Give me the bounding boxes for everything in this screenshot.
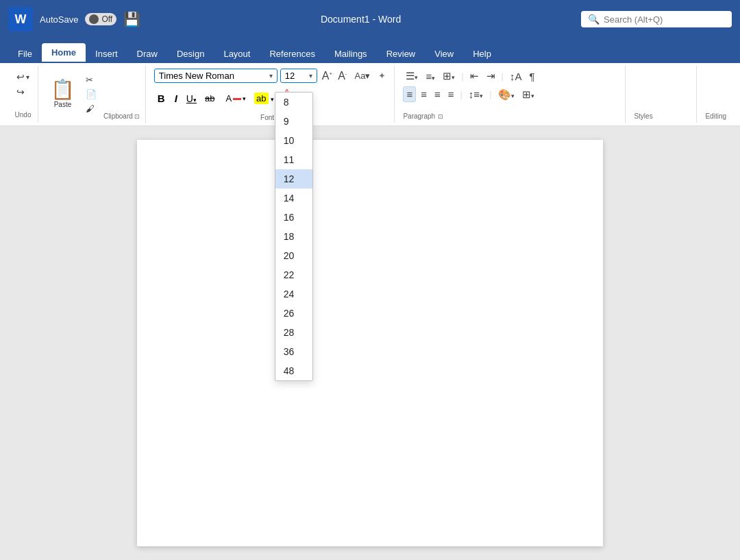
document-area xyxy=(0,126,740,560)
font-row1: Times New Roman ▾ 12 ▾ A+ A- Aa▾ ✦ xyxy=(154,69,389,83)
copy-button[interactable]: 📄 xyxy=(83,88,99,101)
tab-design[interactable]: Design xyxy=(167,45,214,63)
cut-button[interactable]: ✂ xyxy=(83,73,99,86)
font-name-dropdown[interactable]: Times New Roman ▾ xyxy=(154,69,278,83)
save-icon[interactable]: 💾 xyxy=(123,11,140,27)
format-painter-button[interactable]: 🖌 xyxy=(83,102,99,115)
change-case-button[interactable]: Aa▾ xyxy=(352,69,373,82)
paste-button[interactable]: 📋 Paste xyxy=(47,77,79,111)
highlight-chevron-icon: ▾ xyxy=(271,96,274,103)
tab-review[interactable]: Review xyxy=(377,45,426,63)
search-input[interactable] xyxy=(604,14,713,25)
shading-button[interactable]: 🎨▾ xyxy=(495,87,517,102)
align-right-button[interactable]: ≡ xyxy=(432,87,443,101)
font-size-option-36[interactable]: 36 xyxy=(275,342,312,361)
decrease-indent-button[interactable]: ⇤ xyxy=(467,69,482,84)
font-size-option-24[interactable]: 24 xyxy=(275,284,312,304)
font-size-option-14[interactable]: 14 xyxy=(275,188,312,208)
tab-draw[interactable]: Draw xyxy=(127,45,167,63)
clipboard-small-buttons: ✂ 📄 🖌 xyxy=(83,73,99,115)
toggle-circle xyxy=(89,14,99,24)
increase-indent-button[interactable]: ⇥ xyxy=(484,69,498,84)
font-color-bar xyxy=(233,98,241,100)
clipboard-label: Clipboard ⊡ xyxy=(103,112,140,120)
show-marks-button[interactable]: ¶ xyxy=(526,69,537,84)
multilevel-list-button[interactable]: ⊞▾ xyxy=(440,69,458,84)
italic-button[interactable]: I xyxy=(171,91,181,106)
ribbon-toolbar: ↩▾ ↪ Undo 📋 Paste ✂ 📄 🖌 Clipboard ⊡ Time… xyxy=(0,63,740,126)
tab-layout[interactable]: Layout xyxy=(214,45,260,63)
justify-button[interactable]: ≡ xyxy=(445,87,457,101)
font-size-dropdown[interactable]: 12 ▾ xyxy=(280,69,317,83)
font-size-option-11[interactable]: 11 xyxy=(275,150,312,169)
font-size-value: 12 xyxy=(285,71,295,81)
font-size-grow-button[interactable]: A+ xyxy=(320,69,334,83)
autosave-toggle[interactable]: Off xyxy=(85,13,116,25)
editing-label: Editing xyxy=(705,112,726,120)
paragraph-group: ☰▾ ≡▾ ⊞▾ | ⇤ ⇥ | ↕A ¶ ≡ ≡ ≡ ≡ | ↕≡▾ | 🎨▾… xyxy=(397,66,626,123)
paste-icon: 📋 xyxy=(51,80,75,99)
toggle-state: Off xyxy=(101,14,112,24)
font-color-button[interactable]: A ▾ xyxy=(223,92,249,105)
font-size-buttons: A+ A- xyxy=(320,69,349,83)
undo-button[interactable]: ↩▾ xyxy=(14,70,32,84)
undo-label: Undo xyxy=(15,111,32,119)
undo-group: ↩▾ ↪ Undo xyxy=(8,66,38,123)
font-name-value: Times New Roman xyxy=(159,71,234,81)
para-separator2: | xyxy=(502,71,504,82)
search-icon: 🔍 xyxy=(588,14,600,25)
search-bar[interactable]: 🔍 xyxy=(581,11,732,27)
styles-label: Styles xyxy=(634,112,691,120)
font-name-chevron-icon: ▾ xyxy=(269,72,273,80)
tab-home[interactable]: Home xyxy=(42,43,86,63)
font-size-option-16[interactable]: 16 xyxy=(275,208,312,227)
align-left-button[interactable]: ≡ xyxy=(403,86,416,102)
tab-mailings[interactable]: Mailings xyxy=(325,45,377,63)
title-bar: W AutoSave Off 💾 Document1 - Word 🔍 xyxy=(0,0,740,38)
tab-references[interactable]: References xyxy=(260,45,324,63)
font-size-option-10[interactable]: 10 xyxy=(275,131,312,150)
highlight-icon: ab xyxy=(254,93,268,104)
borders-button[interactable]: ⊞▾ xyxy=(519,87,537,102)
tab-file[interactable]: File xyxy=(8,45,42,63)
underline-button[interactable]: U▾ xyxy=(184,92,199,106)
bullets-button[interactable]: ☰▾ xyxy=(403,69,421,84)
font-size-option-20[interactable]: 20 xyxy=(275,246,312,265)
numbering-button[interactable]: ≡▾ xyxy=(423,69,438,84)
sort-button[interactable]: ↕A xyxy=(507,69,525,84)
font-size-option-22[interactable]: 22 xyxy=(275,265,312,284)
bold-button[interactable]: B xyxy=(154,91,169,106)
line-spacing-button[interactable]: ↕≡▾ xyxy=(466,87,486,101)
font-size-shrink-button[interactable]: A- xyxy=(336,69,349,83)
para-row-2: ≡ ≡ ≡ ≡ | ↕≡▾ | 🎨▾ ⊞▾ xyxy=(403,86,619,102)
strikethrough-button[interactable]: ab xyxy=(202,92,217,105)
clipboard-expand-icon[interactable]: ⊡ xyxy=(134,113,140,120)
para-separator4: | xyxy=(489,89,491,99)
font-size-option-18[interactable]: 18 xyxy=(275,227,312,246)
document-page[interactable] xyxy=(137,140,603,546)
font-size-option-28[interactable]: 28 xyxy=(275,323,312,342)
font-size-option-12[interactable]: 12 xyxy=(275,169,312,188)
font-size-chevron-icon: ▾ xyxy=(309,72,312,80)
para-separator: | xyxy=(461,71,463,82)
tab-view[interactable]: View xyxy=(425,45,463,63)
clear-formatting-button[interactable]: ✦ xyxy=(375,69,388,82)
ribbon-tabs: File Home Insert Draw Design Layout Refe… xyxy=(0,38,740,63)
paragraph-label-row: Paragraph ⊡ xyxy=(403,112,619,120)
font-size-option-26[interactable]: 26 xyxy=(275,304,312,323)
autosave-label: AutoSave xyxy=(40,14,78,25)
redo-button[interactable]: ↪ xyxy=(14,85,32,99)
para-row-1: ☰▾ ≡▾ ⊞▾ | ⇤ ⇥ | ↕A ¶ xyxy=(403,69,619,84)
align-center-button[interactable]: ≡ xyxy=(418,87,430,101)
font-size-option-9[interactable]: 9 xyxy=(275,112,312,131)
font-size-option-48[interactable]: 48 xyxy=(275,361,312,380)
paste-label: Paste xyxy=(54,101,72,108)
tab-help[interactable]: Help xyxy=(463,45,501,63)
clipboard-group: 📋 Paste ✂ 📄 🖌 Clipboard ⊡ xyxy=(41,66,146,123)
tab-insert[interactable]: Insert xyxy=(86,45,127,63)
para-separator3: | xyxy=(460,89,462,99)
paragraph-expand-icon[interactable]: ⊡ xyxy=(438,113,443,120)
doc-title: Document1 - Word xyxy=(147,14,574,25)
font-size-option-8[interactable]: 8 xyxy=(275,93,312,112)
highlight-button[interactable]: ab ▾ xyxy=(251,92,277,105)
